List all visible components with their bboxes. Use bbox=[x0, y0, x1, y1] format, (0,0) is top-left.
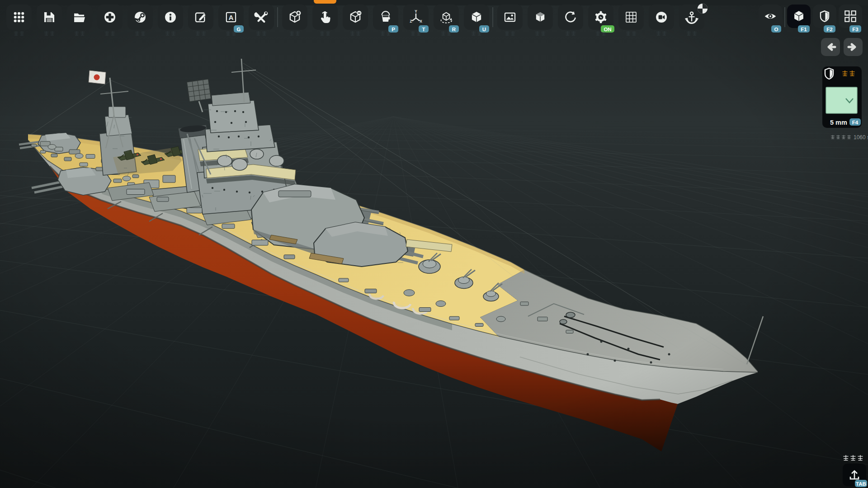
svg-text:Y: Y bbox=[415, 9, 417, 14]
svg-text:A: A bbox=[229, 14, 234, 21]
svg-text:U: U bbox=[482, 27, 486, 32]
svg-text:F3: F3 bbox=[852, 27, 858, 32]
svg-text:5 mm: 5 mm bbox=[830, 119, 847, 126]
svg-text:F2: F2 bbox=[826, 27, 832, 32]
svg-text:1060 s: 1060 s bbox=[854, 134, 868, 141]
svg-text:G: G bbox=[237, 27, 241, 32]
svg-text:TAB: TAB bbox=[856, 481, 866, 487]
svg-text:X: X bbox=[420, 19, 422, 23]
svg-text:O: O bbox=[774, 27, 778, 32]
svg-text:Z: Z bbox=[410, 19, 412, 23]
svg-text:T: T bbox=[422, 27, 425, 32]
svg-text:R: R bbox=[452, 27, 456, 32]
svg-text:F1: F1 bbox=[801, 27, 807, 32]
svg-text:P: P bbox=[392, 27, 395, 32]
svg-text:F4: F4 bbox=[852, 120, 859, 125]
svg-text:ON: ON bbox=[604, 27, 611, 32]
